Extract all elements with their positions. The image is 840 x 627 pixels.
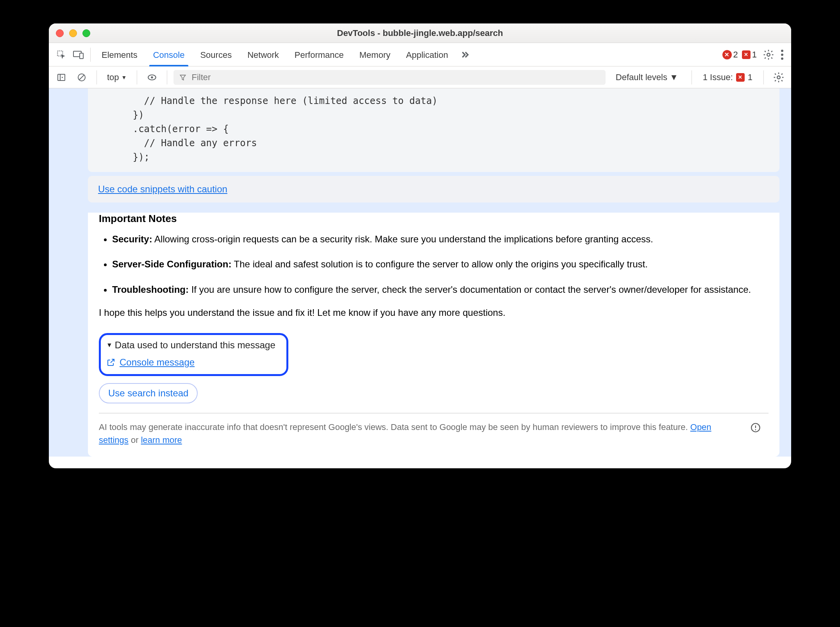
svg-point-9 (151, 76, 153, 78)
issues-indicator[interactable]: 1 Issue: ✕ 1 (698, 72, 757, 82)
ai-response-panel: Important Notes Security: Allowing cross… (88, 213, 779, 457)
caution-box: Use code snippets with caution (88, 176, 779, 202)
footer-text: AI tools may generate inaccurate info th… (99, 421, 743, 446)
svg-rect-2 (80, 53, 83, 59)
console-toolbar: top ▼ Default levels ▼ 1 Issue: ✕ 1 (49, 66, 791, 88)
tab-memory[interactable]: Memory (352, 43, 398, 66)
data-used-callout: ▼ Data used to understand this message C… (99, 333, 288, 376)
console-settings-gear-icon[interactable] (770, 69, 787, 86)
svg-point-3 (767, 53, 770, 56)
divider (97, 70, 97, 84)
code-snippet: // Handle the response here (limited acc… (88, 88, 779, 172)
dropdown-icon: ▼ (670, 72, 678, 82)
list-item: Server-Side Configuration: The ideal and… (112, 257, 769, 272)
live-expression-icon[interactable] (143, 69, 161, 86)
info-warning-icon[interactable] (751, 422, 761, 433)
main-toolbar: Elements Console Sources Network Perform… (49, 43, 791, 66)
error-count-badge[interactable]: ✕ 2 (722, 50, 738, 60)
filter-box[interactable] (173, 70, 605, 85)
svg-rect-4 (58, 74, 65, 81)
divider (137, 70, 137, 84)
filter-input[interactable] (191, 72, 600, 82)
closing-text: I hope this helps you understand the iss… (99, 307, 769, 318)
svg-point-10 (777, 76, 780, 79)
log-levels-selector[interactable]: Default levels ▼ (609, 72, 685, 82)
notes-list: Security: Allowing cross-origin requests… (112, 232, 769, 297)
list-item: Troubleshooting: If you are unsure how t… (112, 282, 769, 297)
more-tabs-icon[interactable] (456, 46, 473, 63)
titlebar: DevTools - bubble-jingle.web.app/search (49, 23, 791, 43)
divider (692, 70, 692, 84)
inspect-element-icon[interactable] (53, 46, 70, 63)
divider (167, 70, 167, 84)
error-count: 2 (733, 50, 738, 60)
divider (763, 70, 764, 84)
device-toggle-icon[interactable] (70, 46, 87, 63)
console-body: // Handle the response here (limited acc… (49, 88, 791, 457)
disclosure-triangle-icon: ▼ (106, 342, 113, 349)
levels-label: Default levels (616, 72, 667, 82)
caution-link[interactable]: Use code snippets with caution (98, 184, 227, 194)
issue-count-badge[interactable]: ✕ 1 (742, 50, 757, 60)
svg-line-7 (79, 75, 84, 80)
divider (90, 48, 91, 62)
console-message-link[interactable]: Console message (120, 357, 195, 368)
ai-footer: AI tools may generate inaccurate info th… (99, 413, 769, 457)
filter-icon (179, 73, 187, 81)
important-notes-heading: Important Notes (99, 213, 769, 225)
tab-sources[interactable]: Sources (192, 43, 239, 66)
tab-strip: Elements Console Sources Network Perform… (94, 43, 456, 66)
kebab-menu-icon[interactable] (777, 50, 787, 60)
error-icon: ✕ (722, 50, 732, 59)
toggle-sidebar-icon[interactable] (53, 69, 70, 86)
context-label: top (107, 72, 119, 82)
tab-application[interactable]: Application (398, 43, 456, 66)
svg-point-13 (755, 429, 756, 430)
settings-gear-icon[interactable] (760, 46, 777, 63)
issues-count: 1 (748, 72, 752, 82)
tab-elements[interactable]: Elements (94, 43, 145, 66)
list-item: Security: Allowing cross-origin requests… (112, 232, 769, 247)
callout-title: Data used to understand this message (115, 340, 275, 351)
open-external-icon (106, 358, 116, 367)
tab-console[interactable]: Console (145, 43, 193, 66)
issues-label: 1 Issue: (703, 72, 733, 82)
clear-console-icon[interactable] (73, 69, 90, 86)
window-title: DevTools - bubble-jingle.web.app/search (49, 28, 791, 38)
context-selector[interactable]: top ▼ (103, 72, 130, 82)
issue-icon: ✕ (736, 73, 745, 82)
devtools-window: DevTools - bubble-jingle.web.app/search … (49, 23, 791, 468)
dropdown-icon: ▼ (122, 74, 127, 81)
callout-toggle[interactable]: ▼ Data used to understand this message (106, 340, 275, 351)
status-badges: ✕ 2 ✕ 1 (722, 50, 757, 60)
tab-network[interactable]: Network (239, 43, 287, 66)
issue-count-top: 1 (752, 50, 757, 60)
tab-performance[interactable]: Performance (287, 43, 352, 66)
use-search-button[interactable]: Use search instead (99, 383, 198, 403)
issue-icon: ✕ (742, 50, 751, 59)
learn-more-link[interactable]: learn more (141, 435, 182, 445)
